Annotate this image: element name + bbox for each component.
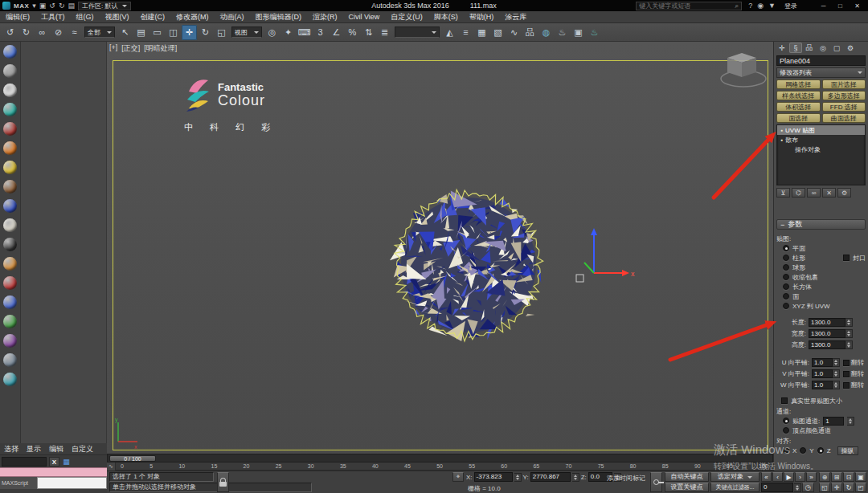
spinner-arrows[interactable] bbox=[572, 473, 579, 482]
tab-motion[interactable]: ◎ bbox=[817, 43, 829, 53]
pin-stack-icon[interactable]: ⊻ bbox=[776, 188, 790, 198]
layer-manager-icon[interactable]: ▦ bbox=[474, 25, 489, 40]
modifier-set-button-0[interactable]: 网格选择 bbox=[776, 79, 821, 89]
explorer-menu-3[interactable]: 自定义 bbox=[68, 444, 97, 454]
current-frame-field[interactable]: 0 bbox=[761, 483, 793, 492]
viewport-label-segment-0[interactable]: [+] bbox=[109, 43, 117, 54]
modifier-set-button-2[interactable]: 样条线选择 bbox=[776, 91, 821, 100]
set-keys-button[interactable] bbox=[650, 472, 662, 492]
radio-icon[interactable] bbox=[783, 255, 789, 261]
zoom-all-icon[interactable]: ⊞ bbox=[831, 472, 842, 482]
explorer-menu-1[interactable]: 显示 bbox=[23, 444, 45, 454]
align-radio-z[interactable] bbox=[817, 447, 824, 454]
app-menu-icon[interactable]: ▾ bbox=[32, 2, 36, 10]
select-and-move-icon[interactable]: ✛ bbox=[182, 25, 197, 40]
maximize-button[interactable]: □ bbox=[832, 1, 849, 11]
key-filters-button[interactable]: 关键点过滤器... bbox=[710, 483, 760, 492]
absolute-mode-toggle[interactable]: ⌖ bbox=[452, 472, 464, 482]
reference-coordinate-dropdown[interactable]: 视图 bbox=[231, 26, 262, 38]
viewport-label-segment-2[interactable]: [明暗处理] bbox=[144, 43, 177, 54]
tile-value-field[interactable]: 1.0 bbox=[812, 358, 833, 367]
time-slider[interactable]: 0 / 100 bbox=[107, 454, 773, 462]
script-sphere-teal-icon[interactable] bbox=[3, 103, 17, 116]
modifier-set-button-7[interactable]: 曲面选择 bbox=[822, 113, 866, 123]
dimension-value-field[interactable]: 1300.0 bbox=[809, 318, 845, 327]
close-button[interactable]: ✕ bbox=[849, 1, 866, 11]
select-and-scale-icon[interactable]: ◱ bbox=[214, 25, 229, 40]
angle-snap-icon[interactable]: ∠ bbox=[329, 25, 344, 40]
search-input[interactable] bbox=[639, 2, 735, 10]
script-sphere-crimson-icon[interactable] bbox=[3, 276, 17, 290]
stack-row-2[interactable]: 操作对象 bbox=[777, 145, 865, 154]
zoom-icon[interactable]: ⊕ bbox=[819, 472, 830, 482]
edit-named-selections-icon[interactable]: ≣ bbox=[377, 25, 392, 40]
stack-row-1[interactable]: ●散布 bbox=[777, 135, 865, 145]
bind-to-space-warp-icon[interactable]: ≈ bbox=[67, 25, 82, 40]
select-by-name-icon[interactable]: ▤ bbox=[133, 25, 149, 40]
script-sphere-cyan-icon[interactable] bbox=[3, 373, 17, 386]
modifier-list-dropdown[interactable]: 修改器列表 bbox=[776, 67, 866, 78]
modifier-set-button-4[interactable]: 体积选择 bbox=[776, 102, 821, 112]
spinner-arrows[interactable] bbox=[845, 318, 853, 327]
selection-filter-dropdown[interactable]: 全部 bbox=[84, 26, 115, 38]
script-sphere-red-icon[interactable] bbox=[3, 122, 17, 136]
explorer-settings-icon[interactable]: ▦ bbox=[61, 457, 72, 467]
manipulate-button[interactable]: 操纵 bbox=[837, 446, 858, 455]
menu-item-0[interactable]: 编辑(E) bbox=[0, 11, 35, 22]
key-filter-dropdown[interactable]: 选定对象 bbox=[710, 472, 760, 482]
flip-checkbox-2[interactable] bbox=[843, 382, 850, 389]
save-icon[interactable]: ▣ bbox=[39, 2, 47, 10]
mapping-option-2[interactable]: 球形 bbox=[776, 263, 866, 272]
script-sphere-blue-icon[interactable] bbox=[3, 45, 17, 59]
project-folder-icon[interactable]: ▤ bbox=[68, 2, 75, 10]
stack-row-0[interactable]: ●UVW 贴图 bbox=[777, 125, 865, 135]
tab-modify[interactable]: § bbox=[789, 43, 802, 53]
script-sphere-slate-icon[interactable] bbox=[3, 353, 17, 367]
tab-display[interactable]: ▢ bbox=[830, 43, 843, 53]
dimension-value-field[interactable]: 1300.0 bbox=[809, 329, 845, 338]
view-cube[interactable] bbox=[718, 48, 773, 90]
dimension-value-field[interactable]: 1300.0 bbox=[809, 340, 845, 349]
align-radio-y[interactable] bbox=[800, 447, 806, 454]
open-mini-curve-editor-button[interactable]: ∿ bbox=[107, 462, 116, 471]
render-production-icon[interactable]: ♨ bbox=[587, 25, 602, 40]
spinner-arrows[interactable] bbox=[845, 340, 853, 349]
spinner-arrows[interactable] bbox=[833, 381, 840, 389]
menu-item-8[interactable]: 渲染(R) bbox=[307, 11, 343, 22]
radio-icon[interactable] bbox=[783, 245, 789, 251]
community-icon[interactable]: ◉ bbox=[757, 2, 764, 10]
script-sphere-navy-icon[interactable] bbox=[3, 199, 17, 213]
spinner-arrows[interactable] bbox=[833, 358, 840, 367]
y-coordinate-field[interactable]: 2770.867 bbox=[530, 472, 571, 482]
menu-item-4[interactable]: 创建(C) bbox=[135, 11, 171, 22]
script-sphere-black-icon[interactable] bbox=[3, 238, 17, 251]
menu-item-11[interactable]: 脚本(S) bbox=[428, 11, 464, 22]
material-editor-icon[interactable]: ◍ bbox=[538, 25, 554, 40]
map-channel-radio[interactable] bbox=[783, 418, 789, 424]
modifier-enable-icon[interactable]: ● bbox=[780, 128, 783, 132]
mapping-option-4[interactable]: 长方体 bbox=[776, 282, 866, 291]
scatter-object[interactable] bbox=[388, 185, 549, 345]
tab-create[interactable]: ✛ bbox=[776, 43, 788, 53]
mirror-icon[interactable]: ◭ bbox=[442, 25, 457, 40]
align-icon[interactable]: ≡ bbox=[458, 25, 473, 40]
pan-view-icon[interactable]: ✛ bbox=[831, 483, 842, 492]
track-bar[interactable]: ∿ 05101520253035404550556065707580859095… bbox=[107, 462, 773, 471]
flip-checkbox-1[interactable] bbox=[843, 371, 850, 377]
add-time-tag[interactable]: 添加时间标记 bbox=[607, 474, 645, 483]
script-sphere-green-icon[interactable] bbox=[3, 315, 17, 328]
configure-modifier-sets-icon[interactable]: ⚙ bbox=[837, 188, 851, 198]
script-sphere-amber-icon[interactable] bbox=[3, 257, 17, 271]
previous-frame-icon[interactable]: ‹ bbox=[772, 472, 783, 482]
render-setup-icon[interactable]: ♨ bbox=[555, 25, 570, 40]
remove-modifier-icon[interactable]: ✕ bbox=[822, 188, 836, 198]
maximize-viewport-icon[interactable]: ◰ bbox=[855, 483, 866, 492]
menu-item-7[interactable]: 图形编辑器(D) bbox=[250, 11, 308, 22]
radio-icon[interactable] bbox=[783, 303, 789, 309]
named-selection-sets-dropdown[interactable] bbox=[395, 26, 440, 38]
align-radio-x[interactable] bbox=[783, 447, 789, 454]
tile-value-field[interactable]: 1.0 bbox=[812, 381, 833, 389]
rendered-frame-icon[interactable]: ▣ bbox=[571, 25, 586, 40]
viewport[interactable]: [+][正交][明暗处理] Fantastic Colour 中 科 幻 彩 x bbox=[107, 42, 773, 454]
select-and-rotate-icon[interactable]: ↻ bbox=[198, 25, 213, 40]
